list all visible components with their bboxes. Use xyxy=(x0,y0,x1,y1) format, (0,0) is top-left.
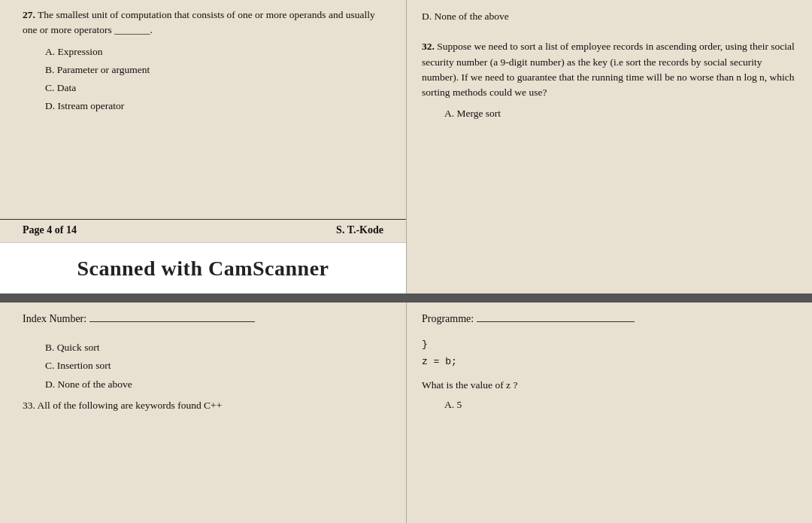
q32-text: Suppose we need to sort a list of employ… xyxy=(422,41,795,98)
programme-label: Programme: xyxy=(422,313,474,325)
bottom-opt-c-label: C. xyxy=(45,360,57,371)
q27-option-c-text: Data xyxy=(57,82,76,93)
bottom-right-options: A. 5 xyxy=(444,396,797,414)
q32-option-a-text: Merge sort xyxy=(457,108,501,119)
top-section: 27. The smallest unit of computation tha… xyxy=(0,0,812,293)
bottom-right-column: Programme: } z = b; What is the value of… xyxy=(406,303,812,523)
page-divider xyxy=(0,293,812,303)
bottom-opt-d-text: None of the above xyxy=(58,379,132,390)
prev-d-text: D. None of the above xyxy=(422,11,509,22)
bottom-option-b: B. Quick sort xyxy=(45,339,391,357)
bottom-options: B. Quick sort C. Insertion sort D. None … xyxy=(45,339,391,394)
page-footer: Page 4 of 14 S. T.-Kode xyxy=(0,219,406,241)
page-info: Page 4 of 14 xyxy=(23,224,77,236)
index-underline xyxy=(89,310,255,322)
q27-option-b: B. Parameter or argument xyxy=(45,61,391,79)
bottom-opt-d-label: D. xyxy=(45,379,58,390)
q32-option-a: A. Merge sort xyxy=(444,105,797,123)
q27-option-d: D. Istream operator xyxy=(45,97,391,115)
index-label: Index Number: xyxy=(23,313,86,325)
bottom-opt-c-text: Insertion sort xyxy=(57,360,111,371)
q27-option-c-label: C. xyxy=(45,82,57,93)
q27-option-b-text: Parameter or argument xyxy=(57,64,150,75)
code-line-2: z = b; xyxy=(422,353,797,370)
q27-option-b-label: B. xyxy=(45,64,57,75)
q32-number: 32. xyxy=(422,41,435,52)
question-27: 27. The smallest unit of computation tha… xyxy=(23,8,391,38)
q27-option-d-label: D. xyxy=(45,100,58,111)
author-info: S. T.-Kode xyxy=(336,224,383,236)
bottom-option-d: D. None of the above xyxy=(45,376,391,394)
code-block: } z = b; xyxy=(422,336,797,371)
top-right-column: D. None of the above 32. Suppose we need… xyxy=(406,0,812,293)
bottom-question-text: What is the value of z ? xyxy=(422,377,797,394)
page-container: 27. The smallest unit of computation tha… xyxy=(0,0,812,523)
bottom-opt-b-label: B. xyxy=(45,342,57,353)
programme-line: Programme: xyxy=(422,310,797,325)
index-line: Index Number: xyxy=(23,310,391,325)
question-32: 32. Suppose we need to sort a list of em… xyxy=(422,39,797,100)
q27-option-d-text: Istream operator xyxy=(58,100,125,111)
camscanner-bar: Scanned with CamScanner xyxy=(0,242,406,293)
q27-option-a-label: A. xyxy=(45,46,58,57)
bottom-footer-text: 33. All of the following are keywords fo… xyxy=(23,400,391,412)
q27-option-a: A. Expression xyxy=(45,43,391,61)
bottom-right-opt-a-label: A. xyxy=(444,399,457,410)
bottom-opt-b-text: Quick sort xyxy=(57,342,100,353)
bottom-right-option-a: A. 5 xyxy=(444,396,797,414)
q32-option-a-label: A. xyxy=(444,108,457,119)
bottom-left-column: Index Number: B. Quick sort C. Insertion… xyxy=(0,303,406,523)
q-prev-option-d: D. None of the above xyxy=(422,8,797,26)
q32-options: A. Merge sort xyxy=(444,105,797,123)
programme-underline xyxy=(477,310,635,322)
q27-number: 27. xyxy=(23,9,35,20)
camscanner-text: Scanned with CamScanner xyxy=(77,257,329,281)
q27-option-a-text: Expression xyxy=(58,46,103,57)
q27-options: A. Expression B. Parameter or argument C… xyxy=(45,43,391,116)
code-line-1: } xyxy=(422,336,797,353)
bottom-option-c: C. Insertion sort xyxy=(45,357,391,375)
bottom-section: Index Number: B. Quick sort C. Insertion… xyxy=(0,303,812,523)
q27-text: The smallest unit of computation that co… xyxy=(23,9,375,35)
top-left-column: 27. The smallest unit of computation tha… xyxy=(0,0,406,293)
bottom-right-opt-a-text: 5 xyxy=(457,399,462,410)
q27-option-c: C. Data xyxy=(45,79,391,97)
